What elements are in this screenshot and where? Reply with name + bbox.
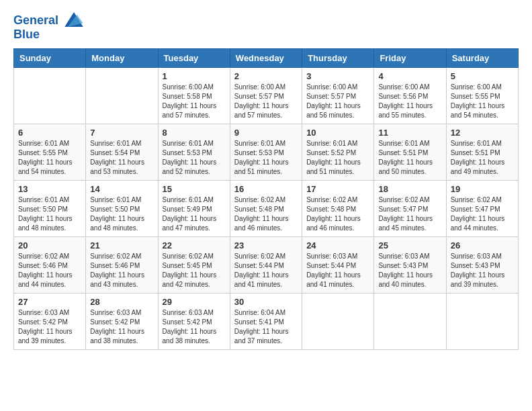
calendar-cell: 3Sunrise: 6:00 AM Sunset: 5:57 PM Daylig… xyxy=(302,67,374,124)
day-number: 16 xyxy=(234,184,298,194)
day-number: 6 xyxy=(18,128,81,138)
day-detail: Sunrise: 6:01 AM Sunset: 5:50 PM Dayligh… xyxy=(90,195,153,233)
day-number: 11 xyxy=(378,128,441,138)
calendar-cell: 23Sunrise: 6:02 AM Sunset: 5:44 PM Dayli… xyxy=(230,236,302,293)
calendar-cell: 13Sunrise: 6:01 AM Sunset: 5:50 PM Dayli… xyxy=(14,180,86,236)
header: General Blue xyxy=(13,13,519,42)
logo: General Blue xyxy=(13,13,83,42)
day-detail: Sunrise: 6:00 AM Sunset: 5:57 PM Dayligh… xyxy=(306,83,369,120)
calendar-cell: 11Sunrise: 6:01 AM Sunset: 5:51 PM Dayli… xyxy=(374,124,446,180)
day-number: 2 xyxy=(234,71,298,81)
day-detail: Sunrise: 6:02 AM Sunset: 5:48 PM Dayligh… xyxy=(306,195,369,233)
day-number: 10 xyxy=(306,128,369,138)
day-detail: Sunrise: 6:02 AM Sunset: 5:46 PM Dayligh… xyxy=(18,252,81,289)
day-number: 7 xyxy=(90,128,153,138)
day-number: 25 xyxy=(378,240,441,250)
calendar-cell: 1Sunrise: 6:00 AM Sunset: 5:58 PM Daylig… xyxy=(158,67,230,124)
day-number: 20 xyxy=(18,240,81,250)
calendar-week-2: 6Sunrise: 6:01 AM Sunset: 5:55 PM Daylig… xyxy=(14,124,519,180)
calendar-cell: 25Sunrise: 6:03 AM Sunset: 5:43 PM Dayli… xyxy=(374,236,446,293)
calendar-cell: 20Sunrise: 6:02 AM Sunset: 5:46 PM Dayli… xyxy=(14,236,86,293)
day-detail: Sunrise: 6:00 AM Sunset: 5:55 PM Dayligh… xyxy=(451,83,514,120)
calendar-cell: 16Sunrise: 6:02 AM Sunset: 5:48 PM Dayli… xyxy=(230,180,302,236)
calendar-cell: 4Sunrise: 6:00 AM Sunset: 5:56 PM Daylig… xyxy=(374,67,446,124)
calendar-cell: 26Sunrise: 6:03 AM Sunset: 5:43 PM Dayli… xyxy=(446,236,518,293)
day-detail: Sunrise: 6:01 AM Sunset: 5:53 PM Dayligh… xyxy=(234,139,298,177)
day-detail: Sunrise: 6:00 AM Sunset: 5:58 PM Dayligh… xyxy=(163,83,226,120)
day-number: 3 xyxy=(306,71,369,81)
day-number: 30 xyxy=(234,297,298,307)
day-detail: Sunrise: 6:03 AM Sunset: 5:44 PM Dayligh… xyxy=(306,252,369,289)
calendar-cell: 12Sunrise: 6:01 AM Sunset: 5:51 PM Dayli… xyxy=(446,124,518,180)
calendar-header-sunday: Sunday xyxy=(14,48,86,67)
day-number: 15 xyxy=(163,184,226,194)
day-detail: Sunrise: 6:01 AM Sunset: 5:53 PM Dayligh… xyxy=(163,139,226,177)
day-number: 1 xyxy=(163,71,226,81)
day-detail: Sunrise: 6:02 AM Sunset: 5:45 PM Dayligh… xyxy=(163,252,226,289)
calendar-cell: 22Sunrise: 6:02 AM Sunset: 5:45 PM Dayli… xyxy=(158,236,230,293)
calendar-cell xyxy=(374,293,446,349)
day-detail: Sunrise: 6:00 AM Sunset: 5:56 PM Dayligh… xyxy=(378,83,441,120)
day-detail: Sunrise: 6:00 AM Sunset: 5:57 PM Dayligh… xyxy=(234,83,298,120)
day-number: 5 xyxy=(451,71,514,81)
day-detail: Sunrise: 6:02 AM Sunset: 5:47 PM Dayligh… xyxy=(378,195,441,233)
calendar-cell: 6Sunrise: 6:01 AM Sunset: 5:55 PM Daylig… xyxy=(14,124,86,180)
calendar-week-3: 13Sunrise: 6:01 AM Sunset: 5:50 PM Dayli… xyxy=(14,180,519,236)
calendar-header-friday: Friday xyxy=(374,48,446,67)
calendar-header-monday: Monday xyxy=(86,48,158,67)
day-detail: Sunrise: 6:01 AM Sunset: 5:50 PM Dayligh… xyxy=(18,195,81,233)
day-detail: Sunrise: 6:02 AM Sunset: 5:47 PM Dayligh… xyxy=(451,195,514,233)
calendar-cell: 2Sunrise: 6:00 AM Sunset: 5:57 PM Daylig… xyxy=(230,67,302,124)
day-number: 8 xyxy=(163,128,226,138)
calendar-cell: 19Sunrise: 6:02 AM Sunset: 5:47 PM Dayli… xyxy=(446,180,518,236)
day-number: 21 xyxy=(90,240,153,250)
calendar-cell: 10Sunrise: 6:01 AM Sunset: 5:52 PM Dayli… xyxy=(302,124,374,180)
day-number: 22 xyxy=(163,240,226,250)
day-number: 14 xyxy=(90,184,153,194)
day-number: 26 xyxy=(451,240,514,250)
day-number: 4 xyxy=(378,71,441,81)
calendar-cell xyxy=(14,67,86,124)
day-number: 28 xyxy=(90,297,153,307)
day-number: 17 xyxy=(306,184,369,194)
day-number: 27 xyxy=(18,297,81,307)
calendar-header-tuesday: Tuesday xyxy=(158,48,230,67)
calendar-cell: 27Sunrise: 6:03 AM Sunset: 5:42 PM Dayli… xyxy=(14,293,86,349)
calendar-week-4: 20Sunrise: 6:02 AM Sunset: 5:46 PM Dayli… xyxy=(14,236,519,293)
day-detail: Sunrise: 6:03 AM Sunset: 5:43 PM Dayligh… xyxy=(451,252,514,289)
calendar-header-thursday: Thursday xyxy=(302,48,374,67)
calendar-cell xyxy=(86,67,158,124)
calendar-cell: 18Sunrise: 6:02 AM Sunset: 5:47 PM Dayli… xyxy=(374,180,446,236)
day-number: 19 xyxy=(451,184,514,194)
day-detail: Sunrise: 6:01 AM Sunset: 5:51 PM Dayligh… xyxy=(451,139,514,177)
day-detail: Sunrise: 6:01 AM Sunset: 5:55 PM Dayligh… xyxy=(18,139,81,177)
day-detail: Sunrise: 6:01 AM Sunset: 5:54 PM Dayligh… xyxy=(90,139,153,177)
day-detail: Sunrise: 6:03 AM Sunset: 5:42 PM Dayligh… xyxy=(18,308,81,346)
day-number: 13 xyxy=(18,184,81,194)
day-number: 9 xyxy=(234,128,298,138)
calendar-cell: 15Sunrise: 6:01 AM Sunset: 5:49 PM Dayli… xyxy=(158,180,230,236)
day-number: 12 xyxy=(451,128,514,138)
day-detail: Sunrise: 6:03 AM Sunset: 5:43 PM Dayligh… xyxy=(378,252,441,289)
calendar-cell: 17Sunrise: 6:02 AM Sunset: 5:48 PM Dayli… xyxy=(302,180,374,236)
day-detail: Sunrise: 6:03 AM Sunset: 5:42 PM Dayligh… xyxy=(90,308,153,346)
day-detail: Sunrise: 6:03 AM Sunset: 5:42 PM Dayligh… xyxy=(163,308,226,346)
calendar-cell xyxy=(446,293,518,349)
day-detail: Sunrise: 6:02 AM Sunset: 5:48 PM Dayligh… xyxy=(234,195,298,233)
day-detail: Sunrise: 6:04 AM Sunset: 5:41 PM Dayligh… xyxy=(234,308,298,346)
day-detail: Sunrise: 6:01 AM Sunset: 5:51 PM Dayligh… xyxy=(378,139,441,177)
logo-text: General xyxy=(13,13,83,28)
calendar-header-wednesday: Wednesday xyxy=(230,48,302,67)
day-detail: Sunrise: 6:02 AM Sunset: 5:44 PM Dayligh… xyxy=(234,252,298,289)
calendar-week-1: 1Sunrise: 6:00 AM Sunset: 5:58 PM Daylig… xyxy=(14,67,519,124)
day-number: 29 xyxy=(163,297,226,307)
day-number: 23 xyxy=(234,240,298,250)
calendar-header-saturday: Saturday xyxy=(446,48,518,67)
calendar-cell: 8Sunrise: 6:01 AM Sunset: 5:53 PM Daylig… xyxy=(158,124,230,180)
day-detail: Sunrise: 6:01 AM Sunset: 5:52 PM Dayligh… xyxy=(306,139,369,177)
day-number: 24 xyxy=(306,240,369,250)
calendar-cell: 5Sunrise: 6:00 AM Sunset: 5:55 PM Daylig… xyxy=(446,67,518,124)
calendar-cell xyxy=(302,293,374,349)
calendar-header-row: SundayMondayTuesdayWednesdayThursdayFrid… xyxy=(14,48,519,67)
calendar-week-5: 27Sunrise: 6:03 AM Sunset: 5:42 PM Dayli… xyxy=(14,293,519,349)
